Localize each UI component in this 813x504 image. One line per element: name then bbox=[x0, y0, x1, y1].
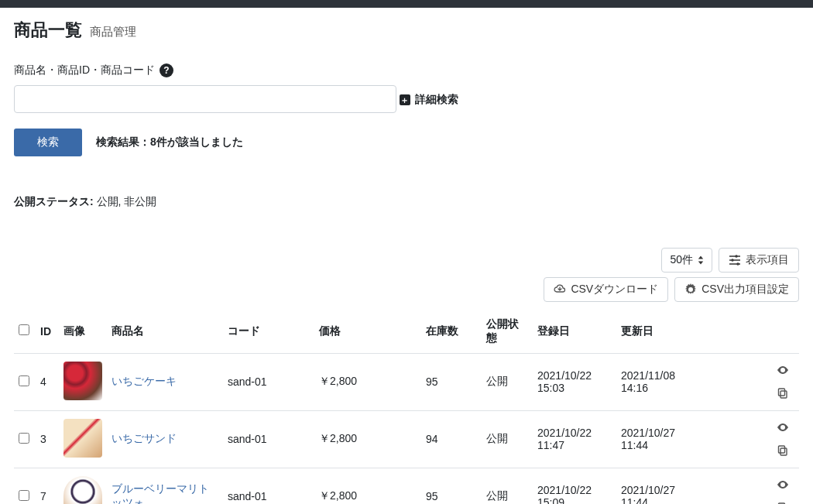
columns-label: 表示項目 bbox=[746, 253, 789, 267]
product-name-link[interactable]: いちごサンド bbox=[111, 432, 177, 444]
row-updated: 2021/10/2711:44 bbox=[616, 410, 700, 468]
search-label-row: 商品名・商品ID・商品コード ? bbox=[14, 63, 799, 77]
search-input[interactable] bbox=[14, 85, 396, 113]
th-id: ID bbox=[36, 310, 59, 354]
row-stock: 94 bbox=[421, 410, 482, 468]
row-id: 7 bbox=[36, 468, 59, 504]
public-status-value: 公開, 非公開 bbox=[97, 195, 157, 207]
row-checkbox[interactable] bbox=[19, 433, 29, 444]
sliders-icon bbox=[729, 254, 741, 266]
public-status-label: 公開ステータス: bbox=[14, 195, 94, 207]
toolbar-row-2: CSVダウンロード CSV出力項目設定 bbox=[14, 277, 799, 302]
th-actions bbox=[700, 310, 799, 354]
per-page-value: 50件 bbox=[670, 253, 693, 267]
row-code: sand-01 bbox=[223, 410, 314, 468]
row-checkbox[interactable] bbox=[19, 490, 29, 501]
row-updated: 2021/11/0814:16 bbox=[616, 353, 700, 410]
advanced-search-label: 詳細検索 bbox=[415, 93, 458, 107]
copy-icon[interactable] bbox=[771, 442, 794, 459]
svg-marker-1 bbox=[698, 261, 703, 264]
th-stock: 在庫数 bbox=[421, 310, 482, 354]
search-action-row: 検索 検索結果：8件が該当しました bbox=[14, 129, 799, 156]
row-checkbox[interactable] bbox=[19, 375, 29, 386]
th-name: 商品名 bbox=[107, 310, 223, 354]
svg-rect-4 bbox=[780, 448, 787, 455]
help-icon[interactable]: ? bbox=[160, 63, 173, 77]
table-row: 3いちごサンドsand-01￥2,80094公開2021/10/2211:472… bbox=[14, 410, 799, 468]
per-page-select[interactable]: 50件 bbox=[661, 248, 712, 273]
row-created: 2021/10/2215:09 bbox=[533, 468, 616, 504]
advanced-search-toggle[interactable]: ＋ 詳細検索 bbox=[400, 93, 458, 107]
product-name-link[interactable]: ブルーベリーマリトッツォ bbox=[111, 482, 209, 504]
public-status-line: 公開ステータス: 公開, 非公開 bbox=[0, 156, 813, 209]
row-price: ￥2,800 bbox=[314, 468, 421, 504]
gear-icon bbox=[684, 283, 697, 296]
table-row: 4いちごケーキsand-01￥2,80095公開2021/10/2215:032… bbox=[14, 353, 799, 410]
select-all-checkbox[interactable] bbox=[19, 324, 29, 335]
sort-icon bbox=[698, 255, 704, 265]
row-public: 公開 bbox=[482, 353, 533, 410]
search-label: 商品名・商品ID・商品コード bbox=[14, 63, 155, 77]
row-code: sand-01 bbox=[223, 468, 314, 504]
copy-icon[interactable] bbox=[771, 499, 794, 504]
row-id: 3 bbox=[36, 410, 59, 468]
cloud-download-icon bbox=[554, 283, 566, 296]
product-table: ID 画像 商品名 コード 価格 在庫数 公開状態 登録日 更新日 4いちごケー… bbox=[14, 310, 799, 505]
row-price: ￥2,800 bbox=[314, 410, 421, 468]
columns-button[interactable]: 表示項目 bbox=[719, 248, 799, 273]
csv-settings-label: CSV出力項目設定 bbox=[702, 283, 789, 297]
row-stock: 95 bbox=[421, 468, 482, 504]
row-code: sand-01 bbox=[223, 353, 314, 410]
search-result-text: 検索結果：8件が該当しました bbox=[96, 135, 243, 149]
row-created: 2021/10/2211:47 bbox=[533, 410, 616, 468]
csv-download-button[interactable]: CSVダウンロード bbox=[544, 277, 668, 302]
th-public: 公開状態 bbox=[482, 310, 533, 354]
product-thumbnail[interactable] bbox=[63, 419, 102, 458]
product-thumbnail[interactable] bbox=[63, 362, 102, 400]
search-button[interactable]: 検索 bbox=[14, 129, 82, 156]
table-header-row: ID 画像 商品名 コード 価格 在庫数 公開状態 登録日 更新日 bbox=[14, 310, 799, 354]
eye-icon[interactable] bbox=[771, 476, 794, 493]
row-created: 2021/10/2215:03 bbox=[533, 353, 616, 410]
product-thumbnail[interactable] bbox=[63, 476, 102, 505]
svg-rect-5 bbox=[779, 446, 785, 453]
th-updated: 更新日 bbox=[616, 310, 700, 354]
toolbar: 50件 表示項目 CSVダウンロード CSV出力項目設定 bbox=[0, 209, 813, 302]
th-price: 価格 bbox=[314, 310, 421, 354]
row-public: 公開 bbox=[482, 468, 533, 504]
csv-download-label: CSVダウンロード bbox=[571, 283, 658, 297]
row-stock: 95 bbox=[421, 353, 482, 410]
page-header: 商品一覧 商品管理 bbox=[0, 8, 813, 50]
toolbar-row-1: 50件 表示項目 bbox=[14, 248, 799, 273]
plus-icon: ＋ bbox=[400, 94, 410, 105]
row-updated: 2021/10/2711:44 bbox=[616, 468, 700, 504]
row-id: 4 bbox=[36, 353, 59, 410]
svg-rect-2 bbox=[780, 391, 787, 398]
csv-settings-button[interactable]: CSV出力項目設定 bbox=[674, 277, 799, 302]
copy-icon[interactable] bbox=[771, 385, 794, 402]
svg-marker-0 bbox=[698, 255, 703, 259]
th-created: 登録日 bbox=[533, 310, 616, 354]
th-code: コード bbox=[223, 310, 314, 354]
product-name-link[interactable]: いちごケーキ bbox=[111, 375, 177, 387]
row-price: ￥2,800 bbox=[314, 353, 421, 410]
eye-icon[interactable] bbox=[771, 362, 794, 379]
table-row: 7ブルーベリーマリトッツォsand-01￥2,80095公開2021/10/22… bbox=[14, 468, 799, 504]
search-area: 商品名・商品ID・商品コード ? ＋ 詳細検索 検索 検索結果：8件が該当しまし… bbox=[0, 50, 813, 156]
top-bar bbox=[0, 0, 813, 8]
th-image: 画像 bbox=[59, 310, 107, 354]
eye-icon[interactable] bbox=[771, 419, 794, 436]
row-public: 公開 bbox=[482, 410, 533, 468]
page-subtitle: 商品管理 bbox=[90, 25, 136, 39]
svg-rect-3 bbox=[779, 389, 785, 396]
page-title: 商品一覧 bbox=[14, 19, 82, 42]
